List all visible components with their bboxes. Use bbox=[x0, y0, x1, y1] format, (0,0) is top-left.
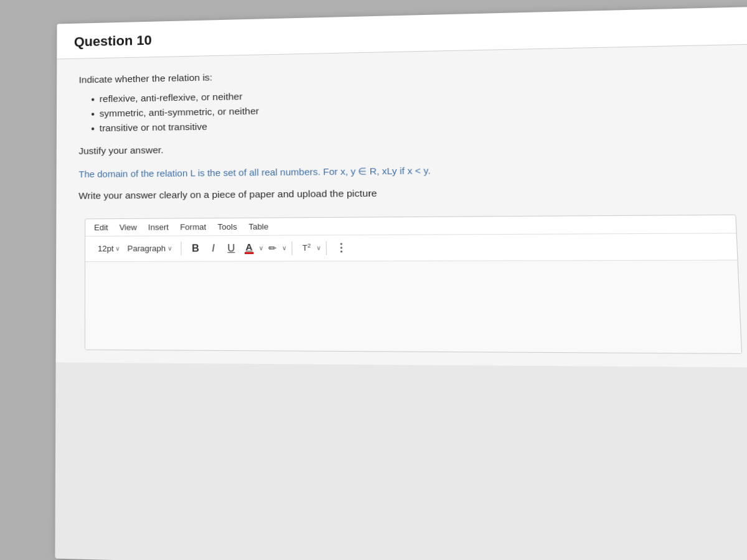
font-size-value: 12pt bbox=[98, 244, 113, 253]
italic-button[interactable]: I bbox=[204, 240, 222, 257]
font-color-group: A ∨ bbox=[240, 239, 263, 256]
superscript-chevron[interactable]: ∨ bbox=[316, 245, 321, 251]
font-color-chevron[interactable]: ∨ bbox=[259, 245, 263, 251]
font-size-dropdown[interactable]: 12pt ∨ bbox=[94, 242, 124, 255]
more-dot-2 bbox=[340, 247, 342, 249]
toolbar-separator-3 bbox=[326, 241, 327, 254]
menu-tools[interactable]: Tools bbox=[218, 222, 237, 231]
paragraph-chevron: ∨ bbox=[167, 245, 172, 252]
more-options-button[interactable] bbox=[332, 239, 350, 257]
question-body: Indicate whether the relation is: reflex… bbox=[56, 44, 747, 367]
question-intro: Indicate whether the relation is: bbox=[79, 62, 737, 85]
highlight-button[interactable]: ✏ bbox=[263, 239, 281, 256]
underline-button[interactable]: U bbox=[222, 240, 240, 257]
font-color-button[interactable]: A bbox=[240, 239, 258, 256]
more-dot-3 bbox=[340, 251, 342, 253]
page-container: Question 10 Indicate whether the relatio… bbox=[55, 7, 747, 560]
superscript-group: T2 ∨ bbox=[298, 239, 321, 257]
bullet-list: reflexive, anti-reflexive, or neither sy… bbox=[91, 82, 739, 134]
superscript-button[interactable]: T2 bbox=[298, 239, 316, 257]
font-color-bar bbox=[245, 252, 253, 254]
domain-text: The domain of the relation L is the set … bbox=[78, 161, 741, 182]
bold-button[interactable]: B bbox=[187, 240, 205, 257]
menu-view[interactable]: View bbox=[120, 222, 137, 231]
editor-menubar: Edit View Insert Format Tools Table bbox=[85, 215, 736, 236]
toolbar-separator-1 bbox=[181, 241, 182, 255]
menu-edit[interactable]: Edit bbox=[94, 223, 108, 232]
editor-toolbar: 12pt ∨ Paragraph ∨ B I bbox=[85, 233, 737, 262]
toolbar-separator-2 bbox=[291, 241, 292, 254]
menu-format[interactable]: Format bbox=[180, 222, 206, 231]
highlight-icon: ✏ bbox=[268, 242, 277, 253]
write-text: Write your answer clearly on a piece of … bbox=[78, 184, 742, 201]
question-title: Question 10 bbox=[74, 19, 741, 50]
more-dot-1 bbox=[340, 243, 342, 245]
paragraph-label: Paragraph bbox=[128, 244, 166, 253]
justify-text: Justify your answer. bbox=[78, 137, 740, 157]
font-color-letter: A bbox=[246, 242, 253, 251]
paragraph-dropdown[interactable]: Paragraph ∨ bbox=[124, 242, 176, 255]
highlight-chevron[interactable]: ∨ bbox=[282, 245, 286, 251]
menu-insert[interactable]: Insert bbox=[148, 222, 169, 231]
editor-content[interactable] bbox=[85, 260, 741, 353]
editor-wrapper: Edit View Insert Format Tools Table 12pt… bbox=[85, 214, 742, 353]
menu-table[interactable]: Table bbox=[248, 222, 268, 231]
font-size-chevron: ∨ bbox=[116, 245, 120, 252]
highlight-group: ✏ ∨ bbox=[263, 239, 287, 257]
